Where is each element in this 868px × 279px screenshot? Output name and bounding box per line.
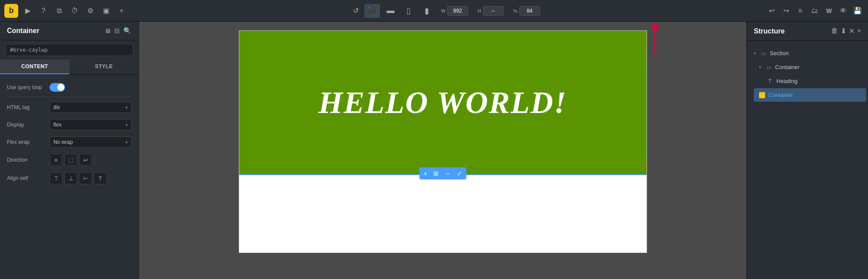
refresh-icon[interactable]: ↺ — [350, 5, 362, 17]
undo-icon[interactable]: ↩ — [766, 5, 778, 17]
download-icon[interactable]: ⬇ — [841, 27, 846, 35]
top-bar-right: ↩ ↪ ≡ 🗂 W 👁 💾 — [766, 5, 864, 17]
structure-item-section[interactable]: ▾ ▭ Section — [749, 46, 866, 60]
query-loop-toggle[interactable] — [50, 83, 65, 92]
direction-label: Direction — [7, 157, 46, 163]
width-label: W — [441, 8, 445, 13]
monitor-icon[interactable]: 🖥 — [104, 27, 111, 35]
add-icon[interactable]: + — [116, 5, 128, 17]
panel-title: Container — [7, 27, 40, 35]
height-label: H — [478, 8, 481, 13]
search-panel-icon[interactable]: 🔍 — [123, 27, 132, 35]
container-parent-label: Container — [775, 64, 799, 70]
align-self-buttons: ⊤ ⊥ ⊢ T — [50, 172, 107, 184]
arrow-head — [651, 22, 660, 30]
direction-row: Direction ≡ ⬚ ↩ — [0, 151, 139, 169]
logo[interactable]: b — [4, 4, 18, 18]
container-active-label: Container — [769, 92, 793, 98]
mobile-view-btn[interactable]: ▮ — [419, 4, 435, 18]
toggle-knob — [57, 84, 64, 91]
divider-1 — [7, 96, 132, 97]
zoom-group: % — [513, 6, 540, 16]
direction-wrap-btn[interactable]: ↩ — [79, 154, 92, 166]
html-tag-value: div — [53, 104, 60, 110]
zoom-input[interactable] — [519, 6, 540, 16]
right-panel-icons: 🗑 ⬇ ✕ + — [831, 27, 861, 35]
container-icon: ▭ — [765, 64, 772, 70]
tab-row: CONTENT STYLE — [0, 60, 139, 75]
height-input[interactable] — [483, 6, 504, 16]
chevron-down-icon: ▾ — [125, 140, 128, 145]
html-tag-row: HTML tag div ▾ — [0, 99, 139, 116]
left-panel: Container 🖥 ⊟ 🔍 #brxe-caylwp CONTENT STY… — [0, 22, 139, 279]
top-bar-center: ↺ ⬛ ▬ ▯ ▮ W H % — [131, 4, 762, 18]
flex-wrap-value: No wrap — [53, 139, 73, 145]
direction-buttons: ≡ ⬚ ↩ — [50, 154, 92, 166]
align-self-center-btn[interactable]: ⊥ — [64, 172, 77, 184]
settings-icon[interactable]: ⚙ — [84, 5, 96, 17]
canvas-white-section[interactable]: + ⊞ ↔ ⤢ — [239, 174, 647, 252]
layers-icon[interactable]: ⧉ — [53, 5, 65, 17]
align-self-stretch-btn[interactable]: T — [94, 172, 107, 184]
align-self-end-btn[interactable]: ⊢ — [79, 172, 92, 184]
flex-wrap-select[interactable]: No wrap ▾ — [50, 136, 132, 148]
structure-list: ▾ ▭ Section ▾ ▭ Container T Heading Cont… — [747, 41, 868, 279]
tablet-h-view-btn[interactable]: ▬ — [383, 4, 398, 18]
panel-header-icons: 🖥 ⊟ 🔍 — [104, 27, 132, 35]
flex-wrap-label: Flex wrap — [7, 139, 46, 145]
toolbar-move-icon[interactable]: ↔ — [443, 169, 452, 178]
panel-header: Container 🖥 ⊟ 🔍 — [0, 22, 139, 40]
trash-icon[interactable]: 🗑 — [831, 27, 838, 35]
heading-icon: T — [766, 78, 774, 84]
id-field[interactable]: #brxe-caylwp — [5, 44, 133, 56]
delete-icon[interactable]: ✕ — [849, 27, 855, 35]
right-panel-title: Structure — [754, 27, 785, 35]
canvas-toolbar: + ⊞ ↔ ⤢ — [419, 167, 466, 179]
align-self-start-btn[interactable]: ⊤ — [50, 172, 63, 184]
chevron-down-icon: ▾ — [125, 105, 128, 110]
chevron-icon: ▾ — [754, 51, 756, 56]
panel-content: Use query loop HTML tag div ▾ Display fl… — [0, 75, 139, 279]
tab-content[interactable]: CONTENT — [0, 60, 69, 74]
arrow-shaft — [654, 29, 656, 55]
query-loop-label: Use query loop — [7, 84, 46, 90]
canvas-green-section: HELLO WORLD! — [239, 31, 647, 174]
right-panel-header: Structure 🗑 ⬇ ✕ + — [747, 22, 868, 41]
hello-world-text: HELLO WORLD! — [318, 85, 567, 121]
width-group: W — [441, 6, 468, 16]
history-icon[interactable]: ⏱ — [69, 5, 81, 17]
display-select[interactable]: flex ▾ — [50, 119, 132, 130]
query-loop-row: Use query loop — [0, 80, 139, 95]
html-tag-select[interactable]: div ▾ — [50, 102, 132, 113]
help-icon[interactable]: ? — [37, 5, 50, 17]
toolbar-resize-icon[interactable]: ⤢ — [455, 169, 464, 178]
add-structure-icon[interactable]: + — [857, 27, 861, 35]
panel-icon[interactable]: ⊟ — [114, 27, 120, 35]
save-icon[interactable]: 💾 — [851, 5, 864, 17]
structure-item-container-parent[interactable]: ▾ ▭ Container — [754, 60, 866, 74]
direction-row-btn[interactable]: ≡ — [50, 154, 63, 166]
section-label: Section — [770, 50, 789, 56]
structure-item-heading[interactable]: T Heading — [761, 74, 866, 88]
cursor-icon[interactable]: ▶ — [22, 5, 34, 17]
toolbar-plus-icon[interactable]: + — [422, 169, 429, 178]
display-value: flex — [53, 122, 62, 128]
right-panel: Structure 🗑 ⬇ ✕ + ▾ ▭ Section ▾ ▭ Contai… — [746, 22, 868, 279]
desktop-view-btn[interactable]: ⬛ — [364, 4, 380, 18]
tab-style[interactable]: STYLE — [69, 60, 139, 74]
toolbar-grid-icon[interactable]: ⊞ — [432, 169, 440, 178]
eye-icon[interactable]: 👁 — [837, 5, 849, 17]
heading-label: Heading — [776, 78, 797, 84]
wordpress-icon[interactable]: W — [823, 5, 835, 17]
tablet-v-view-btn[interactable]: ▯ — [401, 4, 416, 18]
align-self-label: Align self — [7, 175, 46, 181]
template-icon[interactable]: ▣ — [100, 5, 112, 17]
redo-icon[interactable]: ↪ — [780, 5, 792, 17]
direction-col-btn[interactable]: ⬚ — [64, 154, 77, 166]
width-input[interactable] — [447, 6, 468, 16]
percent-label: % — [513, 8, 518, 13]
folder-icon[interactable]: 🗂 — [809, 5, 821, 17]
hamburger-icon[interactable]: ≡ — [794, 5, 806, 17]
structure-item-container-active[interactable]: Container — [754, 88, 866, 102]
display-row: Display flex ▾ — [0, 116, 139, 133]
